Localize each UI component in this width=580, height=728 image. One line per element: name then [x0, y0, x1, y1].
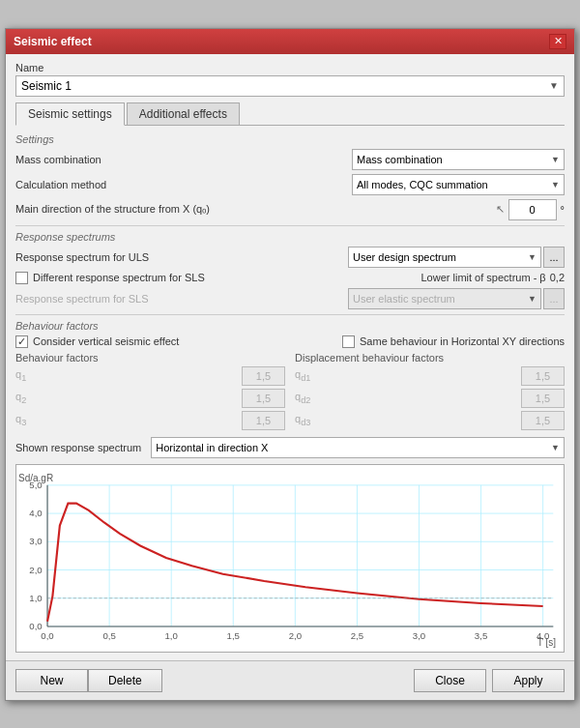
qd3-input[interactable]: 1,5 — [521, 411, 565, 430]
behaviour-section-label: Behaviour factors — [15, 320, 565, 332]
svg-text:1,0: 1,0 — [29, 592, 42, 602]
chart-area: Sd/a.gR T [s] — [15, 464, 565, 653]
mass-combination-row: Mass combination Mass combination ▼ — [15, 149, 565, 170]
apply-button[interactable]: Apply — [492, 669, 565, 692]
uls-label: Response spectrum for ULS — [15, 251, 348, 263]
window-body: Name Seismic 1 ▼ Seismic settings Additi… — [6, 54, 574, 660]
shown-spectrum-dropdown[interactable]: Horizontal in direction X ▼ — [151, 437, 565, 458]
uls-dropdown[interactable]: User design spectrum ▼ — [348, 247, 541, 268]
delete-button[interactable]: Delete — [88, 669, 162, 692]
main-direction-label: Main direction of the structure from X (… — [15, 203, 496, 216]
col-displacement: Displacement behaviour factors qd1 1,5 q… — [295, 352, 565, 433]
shown-spectrum-arrow: ▼ — [551, 443, 560, 452]
cursor-icon: ↖ — [496, 203, 505, 216]
uls-dropdown-arrow: ▼ — [528, 252, 536, 262]
svg-text:3,0: 3,0 — [29, 536, 42, 546]
qd2-label: qd2 — [295, 391, 521, 405]
spectrum-row: Shown response spectrum Horizontal in di… — [15, 437, 565, 458]
qd2-input[interactable]: 1,5 — [521, 389, 565, 408]
response-spectra-label: Response spectrums — [15, 231, 565, 243]
sls-dropdown-arrow: ▼ — [528, 294, 536, 304]
q3-input[interactable]: 1,5 — [242, 411, 285, 430]
displacement-factors-label: Displacement behaviour factors — [295, 352, 565, 364]
consider-vertical-row: ✓ Consider vertical seismic effect — [15, 335, 342, 348]
consider-vertical-checkbox[interactable]: ✓ — [15, 335, 28, 348]
calculation-method-label: Calculation method — [15, 179, 352, 190]
qd3-row: qd3 1,5 — [295, 411, 565, 430]
svg-text:1,5: 1,5 — [227, 630, 240, 641]
calculation-method-dropdown[interactable]: All modes, CQC summation ▼ — [352, 174, 565, 195]
qd1-label: qd1 — [295, 368, 521, 383]
consider-vertical-label: Consider vertical seismic effect — [33, 335, 179, 347]
tab-additional-effects[interactable]: Additional effects — [127, 102, 240, 125]
sls-dropdown-row: Response spectrum for SLS User elastic s… — [15, 288, 565, 309]
q3-row: q3 1,5 — [15, 411, 285, 430]
col-behaviour: Behaviour factors q1 1,5 q2 1,5 q3 — [15, 352, 285, 433]
q2-row: q2 1,5 — [15, 389, 285, 408]
diff-sls-checkbox[interactable] — [15, 272, 28, 284]
settings-section-label: Settings — [15, 133, 565, 145]
mass-combination-arrow: ▼ — [551, 155, 560, 164]
diff-sls-row: Different response spectrum for SLS — [15, 272, 421, 284]
svg-text:0,0: 0,0 — [29, 621, 42, 631]
name-value: Seismic 1 — [21, 79, 72, 93]
factors-columns: Behaviour factors q1 1,5 q2 1,5 q3 — [15, 352, 565, 433]
svg-text:2,0: 2,0 — [29, 564, 42, 574]
uls-row: Response spectrum for ULS User design sp… — [15, 247, 565, 268]
name-label: Name — [15, 62, 565, 73]
name-dropdown[interactable]: Seismic 1 ▼ — [15, 75, 565, 97]
chart-svg: 5,0 4,0 3,0 2,0 1,0 0,0 0,0 0,5 1,0 1,5 … — [16, 465, 564, 652]
q1-input[interactable]: 1,5 — [242, 366, 285, 386]
main-direction-input[interactable]: 0 — [508, 199, 557, 220]
footer: New Delete Close Apply — [6, 660, 574, 700]
svg-text:4,0: 4,0 — [29, 508, 42, 518]
sls-dropdown[interactable]: User elastic spectrum ▼ — [348, 288, 541, 309]
behaviour-factors-label: Behaviour factors — [15, 352, 285, 364]
diff-sls-label: Different response spectrum for SLS — [33, 272, 205, 283]
sls-beta-row: Different response spectrum for SLS Lowe… — [15, 272, 565, 284]
svg-text:3,0: 3,0 — [413, 630, 425, 641]
q1-row: q1 1,5 — [15, 366, 285, 386]
degree-unit: ° — [561, 204, 565, 216]
calc-method-arrow: ▼ — [551, 180, 560, 189]
chart-x-label: T [s] — [537, 637, 556, 648]
q1-label: q1 — [15, 368, 242, 383]
svg-text:0,0: 0,0 — [41, 630, 53, 641]
tab-seismic-settings[interactable]: Seismic settings — [15, 102, 125, 126]
name-dropdown-arrow: ▼ — [549, 80, 559, 91]
window-title: Seismic effect — [14, 35, 92, 48]
beta-container: Lower limit of spectrum - β 0,2 — [421, 272, 566, 283]
q2-input[interactable]: 1,5 — [242, 389, 285, 408]
same-behaviour-row: Same behaviour in Horizontal XY directio… — [342, 335, 565, 348]
calculation-method-row: Calculation method All modes, CQC summat… — [15, 174, 565, 195]
qd1-input[interactable]: 1,5 — [521, 366, 565, 386]
behaviour-checks-row: ✓ Consider vertical seismic effect Same … — [15, 335, 565, 348]
tabs-container: Seismic settings Additional effects — [15, 102, 565, 126]
new-button[interactable]: New — [15, 669, 88, 692]
same-behaviour-label: Same behaviour in Horizontal XY directio… — [360, 335, 565, 347]
beta-label: Lower limit of spectrum - β — [421, 272, 546, 283]
qd3-label: qd3 — [295, 413, 521, 427]
title-bar: Seismic effect ✕ — [6, 29, 574, 54]
mass-combination-label: Mass combination — [15, 154, 352, 165]
qd2-row: qd2 1,5 — [295, 389, 565, 408]
svg-text:2,0: 2,0 — [289, 630, 302, 641]
beta-value: 0,2 — [550, 272, 565, 283]
svg-text:2,5: 2,5 — [351, 630, 363, 641]
main-direction-row: Main direction of the structure from X (… — [15, 199, 565, 220]
close-window-button[interactable]: ✕ — [549, 34, 566, 49]
close-button[interactable]: Close — [414, 669, 486, 692]
sls-browse-button[interactable]: ... — [543, 288, 565, 309]
uls-browse-button[interactable]: ... — [543, 247, 565, 268]
svg-text:0,5: 0,5 — [102, 630, 115, 641]
shown-spectrum-label: Shown response spectrum — [15, 442, 141, 453]
q3-label: q3 — [15, 413, 242, 427]
svg-text:3,5: 3,5 — [475, 630, 487, 641]
same-behaviour-checkbox[interactable] — [342, 335, 355, 348]
qd1-row: qd1 1,5 — [295, 366, 565, 386]
mass-combination-dropdown[interactable]: Mass combination ▼ — [352, 149, 565, 170]
main-window: Seismic effect ✕ Name Seismic 1 ▼ Seismi… — [5, 28, 575, 701]
sls-label: Response spectrum for SLS — [15, 293, 348, 305]
chart-y-label: Sd/a.gR — [18, 473, 53, 483]
q2-label: q2 — [15, 391, 242, 405]
